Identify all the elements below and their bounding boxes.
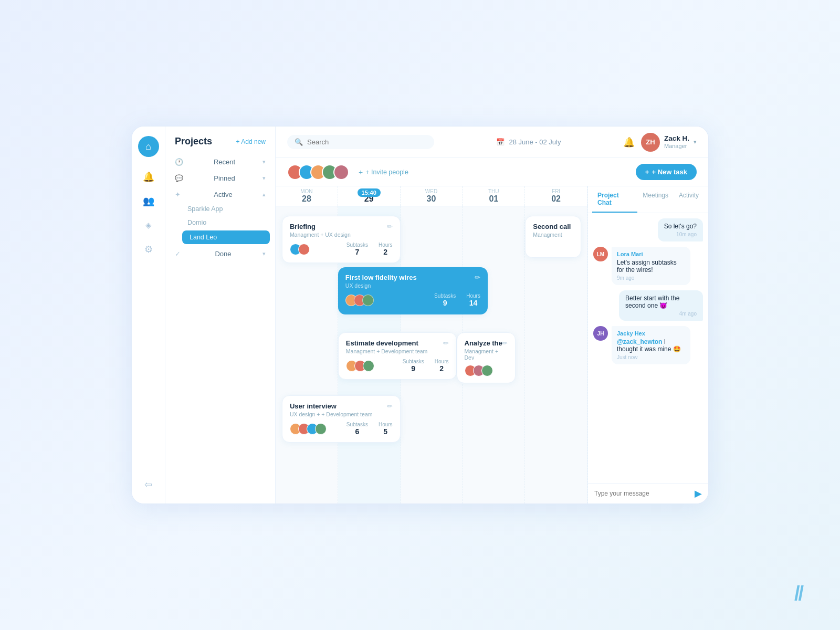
pinned-arrow: ▾ [262, 175, 266, 182]
invite-people-button[interactable]: + + Invite people [359, 168, 408, 176]
jacky-time: Just now [617, 354, 685, 360]
sidebar-item-users[interactable]: 👥 [139, 192, 158, 211]
recent-label: Recent [214, 158, 235, 166]
jacky-bubble: Jacky Hex @zack_hewton I thought it was … [612, 326, 690, 364]
chat-messages: So let's go? 10m ago LM Lora Mari Let's … [588, 213, 708, 483]
gantt-day-thu: Thu 01 [463, 186, 525, 206]
estimate-title: Estimate development [346, 339, 449, 347]
chat-time-self-1: 10m ago [664, 232, 697, 237]
tab-meetings[interactable]: Meetings [637, 186, 674, 213]
gantt-main: Mon 28 Tue 29 15:40 Wed 30 [276, 186, 587, 503]
user-name: Zack H. [664, 134, 689, 143]
task-card-briefing[interactable]: ✏ Briefing Managment + UX design [282, 216, 401, 263]
analyze-sub: Managment + Dev [465, 348, 508, 361]
task-card-second-call[interactable]: Second call Managment [525, 216, 581, 258]
pinned-label: Pinned [214, 174, 235, 182]
add-new-button[interactable]: + Add new [236, 138, 266, 145]
edit-icon-blue[interactable]: ✏ [475, 274, 480, 281]
anon-time: 4m ago [625, 311, 697, 317]
send-button[interactable]: ▶ [695, 488, 702, 499]
topbar: 🔍 📅 28 June - 02 July 🔔 ZH Zack H. [276, 127, 708, 158]
user-dropdown-icon[interactable]: ▾ [694, 139, 697, 145]
nav-section-done-header[interactable]: ✓ Done ▾ [165, 246, 275, 261]
bell-icon: 🔔 [143, 171, 154, 183]
edit-icon-estimate[interactable]: ✏ [443, 339, 449, 347]
task-card-first-low[interactable]: ✏ First low fidelity wires UX design [338, 267, 488, 314]
interview-stats: Subtasks 6 Hours 5 [346, 422, 393, 436]
nav-item-sparkle[interactable]: Sparkle App [165, 202, 275, 216]
briefing-title: Briefing [290, 223, 393, 230]
task-card-user-interview[interactable]: ✏ User interview UX design + + Developme… [282, 395, 401, 443]
gantt-header: Mon 28 Tue 29 15:40 Wed 30 [276, 186, 587, 206]
new-task-button[interactable]: + + New task [636, 164, 697, 180]
ana-av3 [481, 365, 493, 376]
nav-item-domio[interactable]: Domio [165, 216, 275, 229]
new-task-label: + New task [652, 168, 687, 176]
search-icon: 🔍 [295, 138, 303, 146]
nav-section-active-header[interactable]: ✦ Active ▴ [165, 187, 275, 202]
current-time-badge: 15:40 [358, 188, 381, 197]
first-low-hours: Hours 14 [466, 293, 480, 307]
chat-message-jacky: JH Jacky Hex @zack_hewton I thought it w… [593, 326, 703, 364]
recent-arrow: ▾ [262, 159, 266, 165]
jacky-msg-bubble: Jacky Hex @zack_hewton I thought it was … [612, 326, 690, 364]
sidebar-item-settings[interactable]: ⚙ [139, 240, 158, 259]
gantt-day-fri: Fri 02 [525, 186, 587, 206]
logout-button[interactable]: ⇦ [139, 475, 158, 494]
second-call-sub: Managment [533, 232, 573, 238]
search-input[interactable] [307, 138, 427, 146]
edit-icon-analyze[interactable]: ✏ [502, 339, 508, 347]
estimate-footer: Subtasks 9 Hours 2 [346, 359, 449, 373]
analyze-footer [465, 365, 508, 376]
main-content: 🔍 📅 28 June - 02 July 🔔 ZH Zack H. [276, 127, 708, 503]
nav-header: Projects + Add new [165, 136, 275, 154]
home-logo[interactable]: ⌂ [138, 136, 159, 157]
chat-input[interactable] [594, 490, 690, 497]
briefing-avatars [290, 244, 310, 255]
user-info[interactable]: ZH Zack H. Manager ▾ [641, 133, 697, 152]
avatar-group [287, 164, 349, 180]
lora-msg-bubble: Lora Mari Let's assign subtasks for the … [612, 247, 690, 285]
briefing-hours: Hours 2 [379, 242, 393, 256]
int-av4 [315, 423, 327, 435]
gantt-day-wed: Wed 30 [401, 186, 463, 206]
nav-section-recent-header[interactable]: 🕐 Recent ▾ [165, 154, 275, 170]
nav-panel: Projects + Add new 🕐 Recent ▾ 💬 Pinned ▾ [165, 127, 276, 503]
avatar-5 [333, 164, 349, 180]
task-card-analyze[interactable]: ✏ Analyze the Managment + Dev [457, 332, 516, 383]
sidebar-item-layers[interactable]: ◈ [139, 216, 158, 235]
tab-activity[interactable]: Activity [674, 186, 704, 213]
chat-panel: Project Chat Meetings Activity So let's … [587, 186, 708, 503]
nav-section-recent: 🕐 Recent ▾ [165, 154, 275, 170]
date-range: 📅 28 June - 02 July [443, 138, 615, 146]
user-interview-title: User interview [290, 402, 393, 410]
home-icon: ⌂ [145, 141, 151, 152]
briefing-footer: Subtasks 7 Hours 2 [290, 242, 393, 256]
nav-item-landleo[interactable]: Land Leo [182, 230, 270, 244]
tab-project-chat[interactable]: Project Chat [592, 186, 637, 213]
first-low-stats: Subtasks 9 Hours 14 [434, 293, 480, 307]
sidebar-item-bell[interactable]: 🔔 [139, 167, 158, 186]
chat-text-self-1: So let's go? [664, 223, 697, 230]
lora-bubble: Lora Mari Let's assign subtasks for the … [612, 247, 690, 285]
estimate-hours: Hours 2 [435, 359, 449, 373]
lora-time: 9m ago [617, 275, 685, 281]
active-label: Active [214, 191, 232, 198]
user-avatar-img: ZH [646, 138, 655, 146]
mention-zack: @zack_hewton [617, 338, 662, 345]
gantt-body: ✏ Briefing Managment + UX design [276, 206, 587, 503]
edit-icon[interactable]: ✏ [387, 223, 393, 230]
task-card-estimate[interactable]: ✏ Estimate development Managment + Devel… [338, 332, 457, 380]
first-low-title: First low fidelity wires [345, 274, 480, 281]
nav-section-pinned-header[interactable]: 💬 Pinned ▾ [165, 171, 275, 186]
chat-message-anon: Better start with the second one 😈 4m ag… [593, 290, 703, 321]
done-label: Done [215, 250, 231, 258]
new-task-plus-icon: + [645, 168, 649, 176]
search-box[interactable]: 🔍 [287, 135, 434, 149]
nav-section-active: ✦ Active ▴ Sparkle App Domio Land Leo [165, 187, 275, 245]
active-arrow: ▴ [262, 191, 266, 198]
notification-bell[interactable]: 🔔 [623, 136, 635, 148]
edit-icon-interview[interactable]: ✏ [387, 402, 393, 410]
pinned-icon: 💬 [175, 174, 183, 182]
chat-bubble-self-1: So let's go? 10m ago [658, 218, 703, 242]
